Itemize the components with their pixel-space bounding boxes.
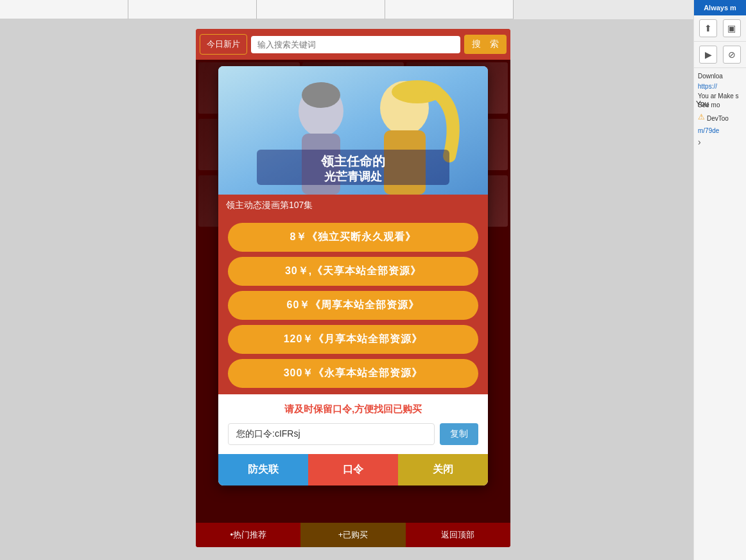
play-icon[interactable]: ▶ [699, 46, 717, 64]
tab-bar [0, 0, 693, 19]
always-m-button[interactable]: Always m [694, 0, 746, 15]
svg-point-3 [302, 82, 340, 108]
panel-warning: ⚠ DevToo [698, 112, 742, 125]
back-to-top-button[interactable]: 返回顶部 [406, 523, 510, 547]
right-panel: Always m ⬆ ▣ ▶ ⊘ Downloa https:// You ar… [693, 0, 746, 560]
close-button[interactable]: 关闭 [398, 454, 488, 486]
app-bottom-nav: •热门推荐 +已购买 返回顶部 [196, 523, 510, 547]
tab-item[interactable] [0, 0, 128, 19]
purchase-btn-4[interactable]: 120￥《月享本站全部资源》 [228, 325, 478, 354]
bg-content: 领主任命的 光芒青调处 领主动态漫画第107集 8￥《独立买断永久观看》 30￥… [196, 60, 510, 523]
main-area: 今日新片 搜 索 [0, 0, 693, 560]
password-section: 请及时保留口令,方便找回已购买 复制 [218, 394, 488, 454]
warning-icon: ⚠ [698, 112, 705, 125]
panel-icon-row-2: ▶ ⊘ [694, 42, 746, 68]
dev-link[interactable]: m/79de [698, 127, 742, 134]
tab-item-4[interactable] [385, 0, 514, 19]
hot-recommend-button[interactable]: •热门推荐 [196, 523, 300, 547]
tab-item-3[interactable] [257, 0, 385, 19]
purchase-btn-5[interactable]: 300￥《永享本站全部资源》 [228, 359, 478, 388]
cursor-icon[interactable]: ⬆ [699, 19, 717, 37]
modal-body: 8￥《独立买断永久观看》 30￥,《天享本站全部资源》 60￥《周享本站全部资源… [218, 216, 488, 394]
copy-button[interactable]: 复制 [440, 423, 478, 445]
dev-tools-text: DevToo [707, 114, 729, 123]
password-hint: 请及时保留口令,方便找回已购买 [228, 403, 478, 416]
panel-icon-row: ⬆ ▣ [694, 15, 746, 42]
password-row: 复制 [228, 423, 478, 445]
panel-link[interactable]: https:// [698, 83, 742, 90]
tab-bar-tabs [0, 0, 514, 19]
purchase-btn-1[interactable]: 8￥《独立买断永久观看》 [228, 223, 478, 252]
app-header: 今日新片 搜 索 [196, 29, 510, 60]
svg-text:领主任命的: 领主任命的 [320, 153, 385, 168]
app-container: 今日新片 搜 索 [196, 29, 510, 547]
purchase-btn-3[interactable]: 60￥《周享本站全部资源》 [228, 291, 478, 320]
you-label: You [693, 97, 746, 111]
download-label: Downloa [698, 73, 723, 80]
new-today-button[interactable]: 今日新片 [200, 34, 247, 55]
password-input[interactable] [228, 423, 435, 445]
search-input[interactable] [251, 36, 460, 53]
block-icon[interactable]: ⊘ [723, 46, 741, 64]
svg-text:光芒青调处: 光芒青调处 [324, 170, 383, 183]
purchase-btn-2[interactable]: 30￥,《天享本站全部资源》 [228, 257, 478, 286]
modal-actions: 防失联 口令 关闭 [218, 454, 488, 486]
modal-overlay: 领主任命的 光芒青调处 领主动态漫画第107集 8￥《独立买断永久观看》 30￥… [196, 60, 510, 523]
layout-icon[interactable]: ▣ [723, 19, 741, 37]
panel-content: Downloa https:// You ar Make s See mo ⚠ … [694, 68, 746, 560]
purchased-button[interactable]: +已购买 [300, 523, 405, 547]
banner-artwork: 领主任命的 光芒青调处 [218, 66, 488, 195]
purchase-modal: 领主任命的 光芒青调处 领主动态漫画第107集 8￥《独立买断永久观看》 30￥… [218, 66, 488, 486]
search-button[interactable]: 搜 索 [464, 35, 507, 54]
tab-item-2[interactable] [128, 0, 257, 19]
modal-title-row: 领主动态漫画第107集 [218, 195, 488, 216]
password-button[interactable]: 口令 [308, 454, 398, 486]
modal-title-text: 领主动态漫画第107集 [226, 200, 313, 210]
modal-banner: 领主任命的 光芒青调处 [218, 66, 488, 195]
anti-lost-button[interactable]: 防失联 [218, 454, 308, 486]
expand-icon[interactable]: › [698, 137, 742, 147]
